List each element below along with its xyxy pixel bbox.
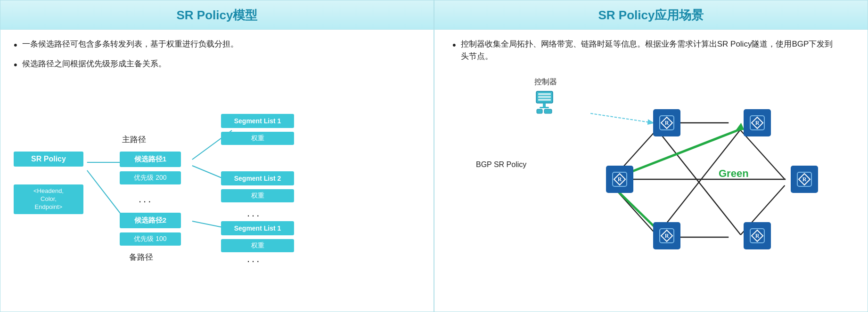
svg-rect-22	[538, 99, 551, 101]
priority100-box: 优先级 100	[120, 232, 181, 246]
weight-c: 权重	[221, 239, 294, 252]
svg-rect-25	[537, 109, 542, 113]
green-label: Green	[719, 168, 749, 180]
ellipsis-segments-top: ···	[247, 209, 261, 222]
bullet-text-2: 候选路径之间根据优先级形成主备关系。	[22, 58, 166, 70]
controller-icon	[532, 89, 558, 115]
bullet-dot-1: •	[14, 37, 17, 53]
router-icon-bl: R	[658, 227, 675, 244]
ellipsis-segments-bottom: ···	[247, 255, 261, 267]
bullet-item-2: • 候选路径之间根据优先级形成主备关系。	[14, 58, 420, 73]
svg-rect-21	[538, 96, 551, 98]
svg-rect-20	[538, 93, 551, 95]
svg-text:R: R	[618, 176, 622, 183]
headend-box: <Headend,Color,Endpoint>	[14, 184, 83, 214]
svg-rect-26	[544, 109, 552, 113]
weight-b: 权重	[221, 189, 294, 202]
segment-list-2: Segment List 2	[221, 171, 294, 185]
ellipsis-candidates: ···	[139, 195, 153, 208]
backup-path-label: 备路径	[129, 252, 153, 263]
right-panel-body: • 控制器收集全局拓扑、网络带宽、链路时延等信息。根据业务需求计算出SR Pol…	[434, 30, 868, 312]
sr-policy-box: SR Policy	[14, 152, 83, 167]
svg-text:R: R	[755, 232, 760, 239]
left-bullet-list: • 一条候选路径可包含多条转发列表，基于权重进行负载分担。 • 候选路径之间根据…	[14, 38, 420, 73]
main-path-label: 主路径	[122, 134, 146, 145]
router-icon-tl: R	[658, 114, 675, 131]
router-mid-left: R	[606, 166, 633, 193]
svg-line-18	[590, 113, 653, 123]
right-bullet-dot-1: •	[452, 37, 456, 53]
svg-text:R: R	[802, 176, 807, 183]
router-icon-tr: R	[749, 114, 766, 131]
router-top-right: R	[744, 109, 771, 136]
svg-text:R: R	[665, 232, 669, 239]
left-panel-title: SR Policy模型	[0, 0, 434, 30]
right-bullet-item-1: • 控制器收集全局拓扑、网络带宽、链路时延等信息。根据业务需求计算出SR Pol…	[452, 38, 853, 63]
bullet-dot-2: •	[14, 57, 17, 73]
left-diagram-svg	[14, 79, 420, 262]
bgp-sr-policy-label: BGP SR Policy	[476, 160, 526, 169]
router-mid-right: R	[791, 166, 818, 193]
router-bottom-right: R	[744, 222, 771, 249]
candidate2-box: 候选路径2	[120, 213, 181, 228]
right-bullet-text-1: 控制器收集全局拓扑、网络带宽、链路时延等信息。根据业务需求计算出SR Polic…	[461, 38, 838, 63]
router-icon-mr: R	[796, 171, 813, 188]
router-icon-ml: R	[611, 171, 628, 188]
left-panel-body: • 一条候选路径可包含多条转发列表，基于权重进行负载分担。 • 候选路径之间根据…	[0, 30, 434, 312]
segment-list-1-bottom: Segment List 1	[221, 221, 294, 235]
segment-list-1-top: Segment List 1	[221, 114, 294, 128]
bullet-text-1: 一条候选路径可包含多条转发列表，基于权重进行负载分担。	[22, 38, 238, 50]
svg-rect-23	[543, 103, 546, 107]
candidate1-box: 候选路径1	[120, 152, 181, 167]
router-icon-br: R	[749, 227, 766, 244]
svg-rect-24	[540, 107, 549, 108]
svg-text:R: R	[665, 120, 669, 126]
headend-text: <Headend,Color,Endpoint>	[33, 187, 64, 210]
right-bullet-list: • 控制器收集全局拓扑、网络带宽、链路时延等信息。根据业务需求计算出SR Pol…	[452, 38, 853, 63]
controller-label: 控制器	[534, 77, 557, 87]
controller-area: 控制器	[532, 77, 558, 115]
weight-a: 权重	[221, 132, 294, 145]
svg-marker-16	[735, 123, 744, 131]
router-top-left: R	[653, 109, 680, 136]
left-diagram: SR Policy <Headend,Color,Endpoint> 主路径 候…	[14, 79, 420, 262]
router-bottom-left: R	[653, 222, 680, 249]
svg-text:R: R	[755, 120, 760, 126]
bullet-item-1: • 一条候选路径可包含多条转发列表，基于权重进行负载分担。	[14, 38, 420, 53]
right-diagram: 控制器 BGP SR Policy	[452, 69, 853, 266]
left-panel: SR Policy模型 • 一条候选路径可包含多条转发列表，基于权重进行负载分担…	[0, 0, 434, 312]
priority200-box: 优先级 200	[120, 171, 181, 184]
right-panel: SR Policy应用场景 • 控制器收集全局拓扑、网络带宽、链路时延等信息。根…	[434, 0, 868, 312]
right-panel-title: SR Policy应用场景	[434, 0, 868, 30]
